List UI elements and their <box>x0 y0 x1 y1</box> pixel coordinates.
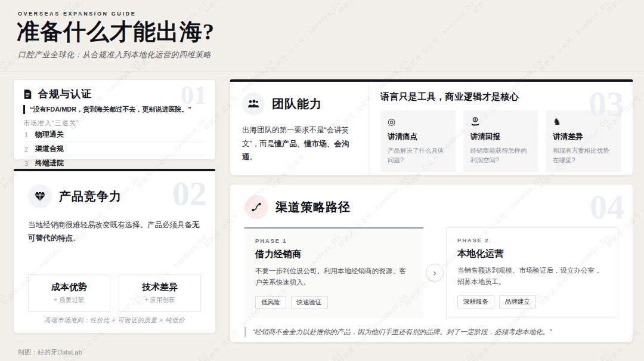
watermark-text: 好的牙·公众号：haodeya_DX <box>402 0 477 73</box>
list-item-number: 3 <box>24 160 29 167</box>
point-card-difference: ♞ 讲清差异 和现有方案相比优势在哪里? <box>546 110 621 172</box>
product-footnote: 高端市场准则：性价比 + 可验证的质量 > 纯低价 <box>14 316 215 325</box>
watermark-text: 好的牙·公众号：haodeya_DX <box>537 350 611 361</box>
card-channel: 04 渠道策略路径 PHASE 1 借力经销商 不要一步到位设公司。利用本地经销… <box>230 184 633 343</box>
point-description: 和现有方案相比优势在哪里? <box>553 146 614 165</box>
diamond-icon <box>28 184 52 208</box>
advantage-subtitle: + 应用创新 <box>144 296 175 304</box>
description-text: 当地经销商很难轻易改变既有选择。产品必须具备 <box>28 221 192 229</box>
watermark-text: 好的牙·公众号：haodeya_DX <box>0 291 8 361</box>
watermark-text: 好的牙·公众号：haodeya_DX <box>402 350 477 361</box>
description-text: 。 <box>250 153 258 161</box>
phase-2-box: PHASE 2 本地化运营 当销售额达到规模、市场验证后，设立办公室，招募本地员… <box>446 227 618 318</box>
point-card-return: 讲清回报 经销商能获得怎样的利润空间? <box>463 110 538 172</box>
phase-flow: PHASE 1 借力经销商 不要一步到位设公司。利用本地经销商的资源、客户关系快… <box>244 227 618 318</box>
advantage-subtitle: + 质量过硬 <box>54 296 84 304</box>
point-description: 产品解决了什么具体问题? <box>388 146 448 165</box>
infographic-page: OVERSEAS EXPANSION GUIDE 准备什么才能出海? 口腔产业全… <box>0 0 644 361</box>
point-title: 讲清痛点 <box>388 132 448 142</box>
page-title: 准备什么才能出海? <box>17 17 215 47</box>
tag-badge: 低风险 <box>255 296 286 309</box>
list-item-label: 物理通关 <box>35 129 64 140</box>
panel-title: 语言只是工具，商业逻辑才是核心 <box>380 91 621 103</box>
credit-footer: 制图：好的牙DataLab <box>18 348 82 357</box>
point-card-painpoint: ◎ 讲清痛点 产品解决了什么具体问题? <box>380 110 456 172</box>
point-description: 经销商能获得怎样的利润空间? <box>470 146 531 165</box>
phase-title: 本地化运营 <box>457 248 607 260</box>
advantage-title: 技术差异 <box>142 282 178 293</box>
card-team: 03 团队能力 出海团队的第一要求不是“会讲英文”，而是懂产品、懂市场、会沟通。… <box>230 79 633 175</box>
card-title: 团队能力 <box>272 96 322 112</box>
next-phase-arrow-button[interactable]: › <box>426 264 444 282</box>
phase-description: 不要一步到位设公司。利用本地经销商的资源、客户关系快速切入。 <box>255 266 413 288</box>
list-item: 3 终端进院 <box>23 156 206 170</box>
compliance-quote: “没有FDA/MDR，货到海关都过不去，更别说进医院。” <box>23 105 206 114</box>
eyebrow-label: OVERSEAS EXPANSION GUIDE <box>18 11 136 17</box>
phase-label: PHASE 2 <box>457 237 607 243</box>
chess-knight-icon: ♞ <box>553 117 614 126</box>
team-intro-column: 团队能力 出海团队的第一要求不是“会讲英文”，而是懂产品、懂市场、会沟通。 <box>230 82 369 175</box>
card-title: 产品竞争力 <box>59 189 122 205</box>
card-title: 渠道策略路径 <box>275 199 351 215</box>
route-path-icon <box>244 195 268 219</box>
hand-money-icon <box>470 117 531 126</box>
watermark-text: 好的牙·公众号：haodeya_DX <box>336 0 410 15</box>
card-product: 02 产品竞争力 当地经销商很难轻易改变既有选择。产品必须具备无可替代的特点。 … <box>13 169 216 334</box>
phase-arrow-wrap: › <box>425 227 444 318</box>
list-item-label: 终端进院 <box>35 158 64 168</box>
team-description: 出海团队的第一要求不是“会讲英文”，而是懂产品、懂市场、会沟通。 <box>242 124 356 164</box>
list-item-number: 1 <box>24 131 29 138</box>
tag-badge: 深耕服务 <box>457 295 494 308</box>
list-item: 1 物理通关 <box>23 128 206 142</box>
watermark-text: 好的牙·公众号：haodeya_DX <box>0 174 8 249</box>
list-item-number: 2 <box>24 146 29 153</box>
phase-label: PHASE 1 <box>255 237 413 244</box>
page-subtitle: 口腔产业全球化：从合规准入到本地化运营的四维策略 <box>18 50 211 60</box>
tag-badge: 快速验证 <box>291 296 328 309</box>
phase-description: 当销售额达到规模、市场验证后，设立办公室，招募本地员工。 <box>457 265 607 288</box>
card-title: 合规与认证 <box>38 87 92 101</box>
watermark-text: 好的牙·公众号：haodeya_DX <box>202 0 276 15</box>
watermark-text: 好的牙·公众号：haodeya_DX <box>0 0 8 15</box>
team-people-icon <box>242 92 265 115</box>
watermark-text: 好的牙·公众号：haodeya_DX <box>268 350 343 361</box>
watermark-text: 好的牙·公众号：haodeya_DX <box>0 57 8 132</box>
point-title: 讲清差异 <box>553 132 614 142</box>
phase-1-box: PHASE 1 借力经销商 不要一步到位设公司。利用本地经销商的资源、客户关系快… <box>244 227 423 318</box>
certificate-document-icon <box>23 90 32 99</box>
channel-quote: “经销商不会全力以赴推你的产品，因为他们手里还有别的品牌。到了一定阶段，必须考虑… <box>244 327 618 337</box>
watermark-text: 好的牙·公众号：haodeya_DX <box>470 0 544 15</box>
tag-badge: 品牌建立 <box>499 295 536 308</box>
watermark-text: 好的牙·公众号：haodeya_DX <box>604 0 644 15</box>
header-divider <box>0 72 644 72</box>
list-item: 2 渠道合规 <box>23 142 206 156</box>
team-points-panel: 语言只是工具，商业逻辑才是核心 ◎ 讲清痛点 产品解决了什么具体问题? <box>369 82 633 175</box>
list-item-label: 渠道合规 <box>35 144 64 154</box>
description-text: 。 <box>73 234 80 242</box>
card-compliance: 01 合规与认证 “没有FDA/MDR，货到海关都过不去，更别说进医院。” 市场… <box>13 79 216 160</box>
compliance-section-label: 市场准入“三道关” <box>23 119 206 128</box>
advantage-box-cost: 成本优势 + 质量过硬 <box>28 274 110 312</box>
target-icon: ◎ <box>388 117 448 126</box>
product-description: 当地经销商很难轻易改变既有选择。产品必须具备无可替代的特点。 <box>28 219 201 245</box>
watermark-text: 好的牙·公众号：haodeya_DX <box>268 0 343 73</box>
watermark-text: 好的牙·公众号：haodeya_DX <box>537 0 611 73</box>
advantage-box-tech: 技术差异 + 应用创新 <box>119 274 201 312</box>
phase-title: 借力经销商 <box>255 248 413 261</box>
advantage-title: 成本优势 <box>51 282 87 293</box>
watermark-text: 好的牙·公众号：haodeya_DX <box>134 350 209 361</box>
point-title: 讲清回报 <box>470 132 531 142</box>
